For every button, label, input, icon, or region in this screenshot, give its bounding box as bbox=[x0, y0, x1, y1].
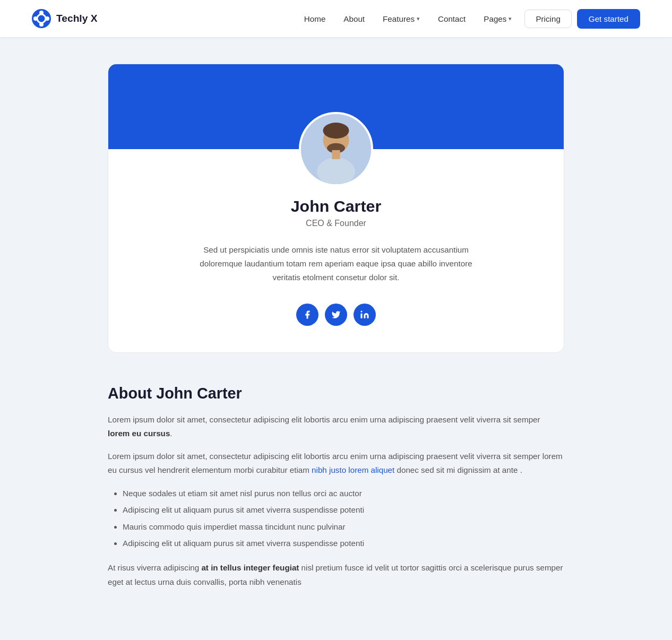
about-heading: About John Carter bbox=[108, 385, 564, 402]
nav-link-features[interactable]: Features ▾ bbox=[375, 10, 427, 28]
pricing-button[interactable]: Pricing bbox=[524, 10, 571, 28]
page-content: John Carter CEO & Founder Sed ut perspic… bbox=[97, 64, 575, 611]
svg-point-3 bbox=[39, 22, 44, 27]
svg-point-2 bbox=[39, 11, 44, 15]
twitter-link[interactable] bbox=[325, 304, 347, 326]
profile-title: CEO & Founder bbox=[140, 219, 532, 228]
facebook-icon bbox=[303, 310, 312, 319]
svg-rect-11 bbox=[332, 150, 340, 159]
nav-item-pages[interactable]: Pages ▾ bbox=[476, 10, 519, 28]
svg-point-4 bbox=[33, 16, 38, 21]
about-footer-para: At risus viverra adipiscing at in tellus… bbox=[108, 561, 564, 589]
logo-link[interactable]: Techly X bbox=[32, 9, 98, 28]
profile-bio: Sed ut perspiciatis unde omnis iste natu… bbox=[187, 243, 485, 284]
nav-link-pages[interactable]: Pages ▾ bbox=[476, 10, 519, 28]
profile-name: John Carter bbox=[140, 197, 532, 215]
nav-item-about[interactable]: About bbox=[336, 10, 372, 28]
nav-link-about[interactable]: About bbox=[336, 10, 372, 28]
nav-item-contact[interactable]: Contact bbox=[430, 10, 473, 28]
list-item: Neque sodales ut etiam sit amet nisl pur… bbox=[123, 486, 564, 500]
logo-icon bbox=[32, 9, 51, 28]
social-links bbox=[140, 304, 532, 326]
twitter-icon bbox=[331, 310, 341, 319]
nav-links: Home About Features ▾ Contact Pages ▾ bbox=[297, 10, 520, 28]
svg-point-12 bbox=[361, 310, 363, 312]
linkedin-icon bbox=[360, 310, 369, 319]
logo-text: Techly X bbox=[56, 13, 98, 24]
nav-link-home[interactable]: Home bbox=[297, 10, 333, 28]
chevron-down-icon: ▾ bbox=[509, 15, 512, 22]
avatar bbox=[299, 112, 373, 186]
facebook-link[interactable] bbox=[296, 304, 318, 326]
about-section: About John Carter Lorem ipsum dolor sit … bbox=[108, 385, 564, 611]
navigation: Techly X Home About Features ▾ Contact P… bbox=[0, 0, 672, 37]
profile-card-header bbox=[108, 64, 564, 149]
profile-card: John Carter CEO & Founder Sed ut perspic… bbox=[108, 64, 564, 353]
about-para-2: Lorem ipsum dolor sit amet, consectetur … bbox=[108, 449, 564, 478]
list-item: Adipiscing elit ut aliquam purus sit ame… bbox=[123, 503, 564, 517]
nav-item-home[interactable]: Home bbox=[297, 10, 333, 28]
about-link[interactable]: nibh justo lorem aliquet bbox=[312, 465, 394, 474]
nav-item-features[interactable]: Features ▾ bbox=[375, 10, 427, 28]
svg-point-5 bbox=[45, 16, 49, 21]
list-item: Adipiscing elit ut aliquam purus sit ame… bbox=[123, 536, 564, 550]
about-list: Neque sodales ut etiam sit amet nisl pur… bbox=[108, 486, 564, 550]
nav-link-contact[interactable]: Contact bbox=[430, 10, 473, 28]
get-started-button[interactable]: Get started bbox=[577, 9, 640, 29]
list-item: Mauris commodo quis imperdiet massa tinc… bbox=[123, 520, 564, 534]
chevron-down-icon: ▾ bbox=[417, 15, 420, 22]
about-para-1: Lorem ipsum dolor sit amet, consectetur … bbox=[108, 413, 564, 441]
svg-point-8 bbox=[323, 123, 349, 139]
linkedin-link[interactable] bbox=[354, 304, 376, 326]
avatar-image bbox=[301, 114, 371, 184]
